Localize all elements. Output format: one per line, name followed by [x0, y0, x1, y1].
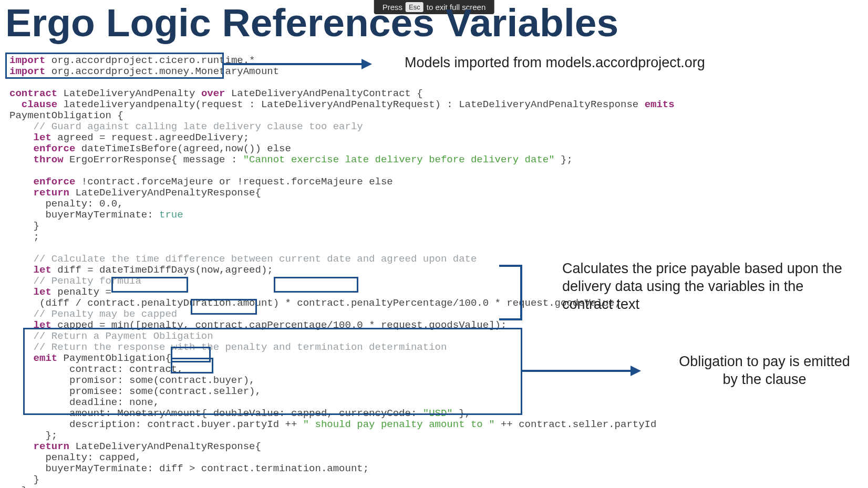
- code-text: buyerMayTerminate:: [9, 209, 159, 221]
- arrow-line-obligation: [521, 370, 632, 372]
- kw-contract: contract: [9, 88, 57, 99]
- code-text: }: [9, 220, 39, 232]
- code-text: }: [9, 485, 27, 488]
- literal: true: [159, 209, 183, 221]
- code-text: buyerMayTerminate: diff > contract.termi…: [9, 463, 369, 474]
- code-text: diff = dateTimeDiffDays(now,agreed);: [51, 264, 273, 276]
- code-text: description: contract.buyer.partyId ++: [9, 419, 303, 430]
- comment: // Guard against calling late delivery c…: [9, 121, 363, 132]
- slide: Press Esc to exit full screen Ergo Logic…: [0, 0, 868, 488]
- annotation-obligation: Obligation to pay is emitted by the clau…: [675, 353, 854, 389]
- code-text: [9, 154, 34, 165]
- code-text: }: [9, 474, 39, 485]
- highlight-imports-box: [5, 53, 224, 79]
- code-text: LateDeliveryAndPenaltyResponse{: [69, 441, 261, 452]
- string: "Cannot exercise late delivery before de…: [243, 154, 555, 165]
- code-text: [9, 99, 22, 110]
- kw-return: return: [34, 187, 69, 199]
- code-text: [9, 187, 34, 199]
- code-text: ++ contract.seller.partyId: [495, 419, 657, 430]
- arrow-head-icon: [361, 59, 372, 69]
- highlight-penaltyPercentage-box: [274, 277, 358, 293]
- annotation-calc: Calculates the price payable based upon …: [562, 260, 856, 313]
- code-text: penalty: 0.0,: [9, 198, 123, 210]
- annotation-imports: Models imported from models.accordprojec…: [405, 54, 705, 72]
- kw-throw: throw: [34, 154, 64, 165]
- code-text: LateDeliveryAndPenaltyContract {: [225, 88, 422, 99]
- kw-emits: emits: [645, 99, 675, 110]
- code-text: LateDeliveryAndPenaltyResponse{: [69, 187, 261, 199]
- code-text: !contract.forceMajeure or !request.force…: [75, 176, 392, 188]
- code-text: };: [555, 154, 573, 165]
- kw-clause: clause: [22, 99, 57, 110]
- highlight-emit-block-box: [23, 328, 522, 415]
- code-text: [9, 132, 34, 143]
- code-text: penalty: capped,: [9, 452, 141, 463]
- comment: // Penalty may be capped: [9, 308, 177, 320]
- kw-let: let: [34, 132, 51, 143]
- code-text: PaymentObligation {: [9, 110, 123, 121]
- bracket-icon: [499, 265, 522, 320]
- code-text: [9, 264, 34, 276]
- highlight-penaltyDuration-box: [111, 277, 188, 293]
- arrow-head-icon: [631, 366, 641, 376]
- kw-let: let: [34, 264, 51, 276]
- code-text: [9, 176, 34, 188]
- kw-enforce: enforce: [34, 143, 76, 154]
- highlight-seller-box: [171, 358, 213, 373]
- code-text: [9, 143, 34, 154]
- kw-let: let: [34, 286, 51, 298]
- comment: // Calculate the time difference between…: [9, 253, 477, 265]
- code-text: ErgoErrorResponse{ message :: [64, 154, 243, 165]
- code-text: [9, 286, 34, 298]
- kw-enforce: enforce: [34, 176, 76, 188]
- code-text: agreed = request.agreedDelivery;: [51, 132, 249, 143]
- code-text: [9, 441, 34, 452]
- code-text: penalty =: [51, 286, 111, 298]
- code-text: (diff / contract.penaltyDuration.amount)…: [9, 297, 621, 309]
- highlight-capPercentage-box: [191, 299, 257, 315]
- kw-return: return: [34, 441, 69, 452]
- code-text: ;: [9, 231, 39, 243]
- arrow-line-imports: [223, 63, 363, 65]
- string: " should pay penalty amount to ": [303, 419, 495, 430]
- kw-over: over: [201, 88, 225, 99]
- code-text: latedeliveryandpenalty(request : LateDel…: [57, 99, 644, 110]
- page-title: Ergo Logic References Variables: [5, 0, 618, 45]
- code-text: LateDeliveryAndPenalty: [57, 88, 201, 99]
- code-text: dateTimeIsBefore(agreed,now()) else: [75, 143, 291, 154]
- code-text: };: [9, 430, 57, 441]
